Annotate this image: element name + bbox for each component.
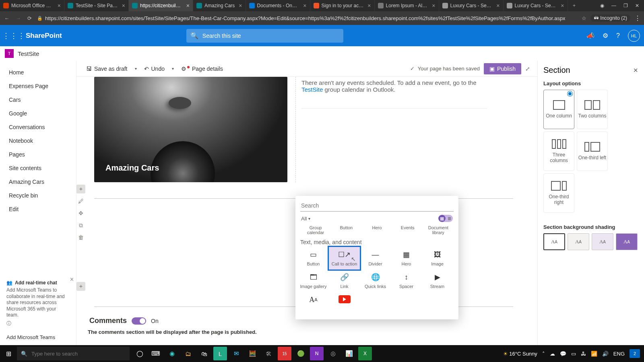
nav-item-amazing-cars[interactable]: Amazing Cars	[0, 175, 76, 189]
layout-one-third-right[interactable]: One-third right	[543, 173, 574, 213]
picker-view-toggle[interactable]: ▦ ≣	[438, 215, 453, 222]
wifi-icon[interactable]: 📶	[591, 351, 597, 357]
layout-two-columns[interactable]: Two columns	[577, 90, 608, 129]
megaphone-icon[interactable]: 📣	[586, 32, 594, 39]
teams-action-link[interactable]: Add Microsoft Teams	[0, 331, 76, 340]
new-tab-button[interactable]: +	[568, 0, 581, 11]
delete-section-icon[interactable]: 🗑	[76, 233, 85, 242]
move-section-icon[interactable]: ✥	[76, 209, 85, 218]
browser-tab[interactable]: Luxury Cars - Sedans,×	[504, 0, 568, 11]
back-button[interactable]: ←	[3, 15, 10, 21]
record-icon[interactable]: ◉	[600, 3, 604, 8]
shading-strong[interactable]: AA	[616, 233, 638, 250]
browser-tab[interactable]: TestSite - Site Pages -×	[64, 0, 129, 11]
language-indicator[interactable]: ENG	[613, 351, 625, 357]
browser-tab[interactable]: Sign in to your accoun×	[310, 0, 375, 11]
volume-icon[interactable]: 🔊	[602, 351, 609, 357]
calculator-icon[interactable]: 🧮	[246, 347, 259, 360]
hero-image[interactable]: Amazing Cars	[94, 77, 287, 182]
minimize-icon[interactable]: ―	[611, 3, 616, 8]
page-details-button[interactable]: ⚙Page details	[179, 66, 225, 72]
webpart-item-quick-links[interactable]: 🌐Quick links	[360, 269, 391, 292]
browser-tab[interactable]: Documents - OneDriv×	[246, 0, 310, 11]
chevron-down-icon[interactable]: ▾	[171, 66, 175, 71]
close-icon[interactable]: ×	[495, 2, 500, 9]
file-explorer-icon[interactable]: 🗂	[181, 347, 195, 360]
site-name[interactable]: TestSite	[18, 50, 39, 57]
webpart-item-youtube[interactable]	[329, 292, 360, 307]
site-search[interactable]: 🔍	[186, 29, 343, 43]
save-as-draft-button[interactable]: 🖫Save as draft	[84, 66, 130, 72]
excel-icon[interactable]: X	[358, 347, 372, 360]
undo-button[interactable]: ↶Undo	[142, 66, 167, 72]
onenote-icon[interactable]: N	[310, 347, 324, 360]
browser-menu[interactable]: ⋮	[634, 14, 641, 22]
weather-widget[interactable]: ☀ 16°C Sunny	[503, 351, 537, 357]
close-window-icon[interactable]: ✕	[635, 3, 639, 8]
task-view-icon[interactable]: ◯	[133, 347, 147, 360]
nav-item-site-contents[interactable]: Site contents	[0, 161, 76, 175]
maximize-icon[interactable]: ❐	[623, 3, 628, 8]
webpart-item-call-to-action[interactable]: ☐↗Call to action↖	[329, 247, 360, 269]
close-icon[interactable]: ×	[70, 276, 74, 283]
grid-view-icon[interactable]: ▦	[438, 215, 446, 222]
nav-item-home[interactable]: Home	[0, 66, 76, 79]
store-icon[interactable]: 🛍	[197, 347, 211, 360]
favorite-icon[interactable]: ☆	[582, 15, 586, 21]
app-icon-l[interactable]: L	[213, 347, 227, 360]
webpart-item-image-gallery[interactable]: 🗔Image gallery	[298, 269, 329, 292]
browser-tab-active[interactable]: https://citizenbuilders×	[129, 0, 193, 11]
add-section-button[interactable]: ＋	[76, 282, 85, 291]
battery-icon[interactable]: ▭	[571, 351, 576, 357]
chrome-icon[interactable]: 🟢	[294, 347, 308, 360]
site-logo[interactable]: T	[5, 49, 14, 58]
edit-section-icon[interactable]: 🖉	[76, 197, 85, 206]
powerbi-icon[interactable]: 📊	[342, 347, 356, 360]
browser-tab[interactable]: Luxury Cars - Sedans,×	[439, 0, 504, 11]
browser-tab[interactable]: Amazing Cars×	[193, 0, 246, 11]
url-field[interactable]: 🔒 https://citizenbuilders.sharepoint.com…	[37, 15, 578, 21]
picker-search-input[interactable]	[300, 200, 454, 212]
reload-button[interactable]: ⟳	[26, 15, 33, 21]
layout-one-column[interactable]: One column	[543, 90, 574, 129]
close-icon[interactable]: ✕	[633, 67, 638, 74]
events-calendar-link[interactable]: TestSite	[301, 86, 323, 93]
search-input[interactable]	[202, 32, 339, 39]
meet-now-icon[interactable]: 💬	[560, 351, 566, 357]
shading-neutral[interactable]: AA	[568, 233, 589, 250]
fullscreen-icon[interactable]: ⤢	[525, 66, 530, 72]
events-webpart[interactable]: There aren't any events scheduled. To ad…	[295, 77, 493, 182]
copy-section-icon[interactable]: ⧉	[76, 221, 85, 230]
webpart-item-stream[interactable]: ▶Stream	[422, 269, 453, 292]
list-view-icon[interactable]: ≣	[446, 215, 453, 222]
nav-item-pages[interactable]: Pages	[0, 148, 76, 161]
shading-soft[interactable]: AA	[592, 233, 613, 250]
news-icon[interactable]: 15	[278, 347, 291, 360]
nav-item-expenses[interactable]: Expenses Page	[0, 79, 76, 93]
taskbar-search-input[interactable]	[31, 350, 126, 357]
nav-item-edit[interactable]: Edit	[0, 202, 76, 216]
shading-none[interactable]: AA	[543, 233, 565, 250]
close-icon[interactable]: ×	[120, 2, 125, 9]
help-icon[interactable]: ?	[616, 32, 620, 39]
publish-button[interactable]: ▣Publish	[484, 63, 521, 74]
nav-item-cars[interactable]: Cars	[0, 93, 76, 107]
onedrive-icon[interactable]: ☁	[550, 351, 555, 357]
close-icon[interactable]: ×	[185, 2, 190, 9]
webpart-item-link[interactable]: 🔗Link	[329, 269, 360, 292]
add-section-button[interactable]: ＋	[76, 185, 85, 193]
chevron-up-icon[interactable]: ˄	[542, 351, 545, 357]
close-icon[interactable]: ×	[56, 2, 61, 9]
app-launcher[interactable]: ⋮⋮⋮	[2, 31, 20, 40]
browser-tab[interactable]: Lorem Ipsum - All the×	[375, 0, 439, 11]
webpart-item-spacer[interactable]: ↕Spacer	[391, 269, 422, 292]
comments-toggle[interactable]	[132, 317, 146, 325]
nav-item-google[interactable]: Google	[0, 107, 76, 120]
close-icon[interactable]: ×	[559, 2, 564, 9]
nav-item-conversations[interactable]: Conversations	[0, 120, 76, 134]
network-icon[interactable]: 🖧	[581, 351, 586, 357]
nav-item-notebook[interactable]: Notebook	[0, 134, 76, 148]
webpart-item-button[interactable]: ▭Button	[298, 247, 329, 269]
gear-icon[interactable]: ⚙	[603, 32, 608, 39]
close-icon[interactable]: ×	[301, 2, 306, 9]
